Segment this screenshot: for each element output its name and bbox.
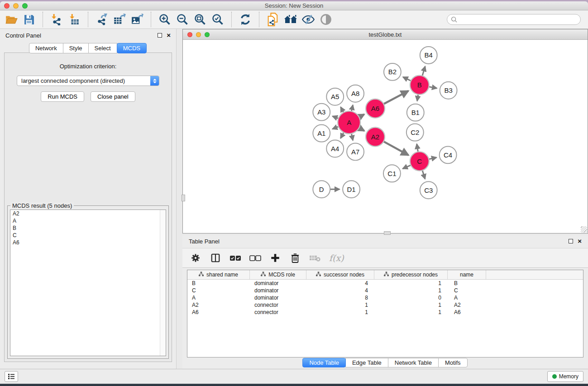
table-cell[interactable]: 8 bbox=[306, 295, 374, 301]
table-cell[interactable]: dominator bbox=[250, 280, 306, 286]
table-cell[interactable]: 1 bbox=[306, 302, 374, 308]
table-settings-gear-icon[interactable] bbox=[190, 252, 201, 264]
run-mcds-button[interactable]: Run MCDS bbox=[41, 91, 84, 102]
table-cell[interactable]: A bbox=[448, 295, 486, 301]
table-cell[interactable]: 4 bbox=[306, 287, 374, 294]
graph-edge-A2-C[interactable] bbox=[383, 141, 409, 155]
result-list-item[interactable]: A6 bbox=[10, 239, 166, 246]
close-panel-button[interactable]: Close panel bbox=[91, 91, 135, 102]
graph-node-B3[interactable]: B3 bbox=[440, 82, 457, 99]
graph-node-C4[interactable]: C4 bbox=[440, 146, 457, 163]
table-cell[interactable]: 1 bbox=[374, 280, 448, 286]
graph-node-D1[interactable]: D1 bbox=[343, 181, 360, 198]
table-cell[interactable]: dominator bbox=[250, 287, 306, 294]
column-header-name[interactable]: name bbox=[448, 270, 486, 279]
open-session-icon[interactable] bbox=[5, 13, 18, 26]
table-cell[interactable]: C bbox=[187, 287, 250, 294]
graph-node-C[interactable]: C bbox=[410, 152, 429, 171]
splitter-grip[interactable] bbox=[182, 195, 185, 201]
table-cell[interactable]: 4 bbox=[306, 280, 374, 286]
graph-node-A7[interactable]: A7 bbox=[347, 143, 364, 160]
zoom-window-button[interactable] bbox=[22, 3, 28, 9]
table-cell[interactable]: 1 bbox=[374, 302, 448, 308]
network-close-button[interactable] bbox=[187, 32, 192, 37]
network-minimize-button[interactable] bbox=[196, 32, 201, 37]
import-table-icon[interactable] bbox=[67, 13, 81, 26]
tab-network[interactable]: Network bbox=[29, 43, 63, 53]
table-row[interactable]: Adominator80A bbox=[187, 294, 583, 301]
show-graphics-details-icon[interactable] bbox=[319, 13, 333, 26]
table-cell[interactable]: A2 bbox=[448, 302, 486, 308]
table-cell[interactable]: A2 bbox=[187, 302, 250, 308]
search-input[interactable] bbox=[460, 16, 577, 23]
column-header-successor-nodes[interactable]: successor nodes bbox=[306, 270, 374, 279]
column-header-shared-name[interactable]: shared name bbox=[187, 270, 250, 279]
result-list-item[interactable]: A bbox=[10, 217, 166, 224]
splitter-grip[interactable] bbox=[384, 231, 391, 235]
resize-grip-icon[interactable] bbox=[581, 226, 587, 233]
minimize-window-button[interactable] bbox=[13, 3, 19, 9]
memory-button[interactable]: Memory bbox=[547, 371, 583, 382]
graph-node-B4[interactable]: B4 bbox=[420, 47, 437, 64]
graph-node-A6[interactable]: A6 bbox=[366, 99, 385, 118]
table-row[interactable]: Cdominator41C bbox=[187, 287, 583, 294]
network-window-titlebar[interactable]: testGlobe.txt bbox=[183, 29, 588, 40]
table-cell[interactable]: C bbox=[448, 287, 486, 294]
column-header-MCDS-role[interactable]: MCDS role bbox=[250, 270, 306, 279]
graph-node-C2[interactable]: C2 bbox=[406, 124, 424, 141]
graph-node-A2[interactable]: A2 bbox=[366, 128, 385, 147]
float-panel-icon[interactable] bbox=[158, 33, 162, 38]
cyndex-home-icon[interactable] bbox=[284, 13, 297, 26]
export-table-icon[interactable] bbox=[113, 13, 126, 26]
export-image-icon[interactable] bbox=[130, 13, 144, 26]
show-column-icon[interactable] bbox=[210, 252, 221, 264]
zoom-fit-icon[interactable] bbox=[193, 13, 207, 26]
graph-node-A4[interactable]: A4 bbox=[326, 140, 344, 157]
graph-node-A1[interactable]: A1 bbox=[313, 125, 330, 142]
graph-edge-B-B2[interactable] bbox=[403, 77, 411, 81]
graph-edge-C-C1[interactable] bbox=[403, 165, 412, 169]
clone-network-icon[interactable] bbox=[266, 13, 280, 26]
tab-node-table[interactable]: Node Table bbox=[302, 358, 346, 367]
column-header-predecessor-nodes[interactable]: predecessor nodes bbox=[374, 270, 448, 279]
zoom-out-icon[interactable] bbox=[176, 13, 189, 26]
graph-node-C3[interactable]: C3 bbox=[420, 181, 437, 199]
save-session-icon[interactable] bbox=[22, 13, 36, 26]
import-network-icon[interactable] bbox=[50, 13, 63, 26]
search-field[interactable] bbox=[447, 14, 581, 25]
network-canvas[interactable]: B4B2BB3A5A8A6A3AB1A1A2C2A4A7C4CC1C3DD1 bbox=[183, 40, 588, 233]
tab-edge-table[interactable]: Edge Table bbox=[345, 358, 388, 367]
table-row[interactable]: Bdominator41B bbox=[187, 280, 583, 287]
task-history-button[interactable] bbox=[5, 371, 18, 382]
graph-edge-A6-B[interactable] bbox=[383, 91, 408, 105]
table-row[interactable]: A2connector11A2 bbox=[187, 301, 583, 309]
mcds-result-list[interactable]: A2ABCA6 bbox=[10, 210, 166, 356]
table-cell[interactable]: 1 bbox=[306, 309, 374, 315]
graph-node-B2[interactable]: B2 bbox=[384, 63, 401, 81]
graph-node-A8[interactable]: A8 bbox=[347, 85, 364, 102]
result-list-item[interactable]: B bbox=[10, 224, 166, 232]
refresh-layout-icon[interactable] bbox=[239, 13, 252, 26]
table-cell[interactable]: connector bbox=[250, 302, 306, 308]
table-cell[interactable]: A6 bbox=[187, 309, 250, 315]
create-column-plus-icon[interactable] bbox=[269, 252, 281, 264]
result-list-item[interactable]: A2 bbox=[10, 210, 166, 217]
optimization-criterion-dropdown[interactable]: largest connected component (directed) bbox=[17, 76, 159, 86]
export-network-icon[interactable] bbox=[95, 13, 109, 26]
table-cell[interactable]: 1 bbox=[374, 287, 448, 294]
table-cell[interactable]: 1 bbox=[374, 309, 448, 315]
graph-edge-C-C3[interactable] bbox=[422, 169, 425, 179]
graph-node-B1[interactable]: B1 bbox=[407, 104, 424, 121]
graph-node-A5[interactable]: A5 bbox=[326, 88, 344, 105]
tab-mcds[interactable]: MCDS bbox=[117, 43, 147, 53]
table-cell[interactable]: 0 bbox=[374, 295, 448, 301]
graph-node-D[interactable]: D bbox=[313, 181, 330, 198]
hide-graphics-details-icon[interactable] bbox=[301, 13, 315, 26]
table-cell[interactable]: A bbox=[187, 295, 250, 301]
result-list-item[interactable]: C bbox=[10, 232, 166, 239]
table-cell[interactable]: A6 bbox=[448, 309, 486, 315]
zoom-selected-icon[interactable] bbox=[211, 13, 225, 26]
table-cell[interactable]: B bbox=[187, 280, 250, 286]
network-zoom-button[interactable] bbox=[205, 32, 210, 37]
unselect-all-columns-icon[interactable] bbox=[249, 252, 261, 264]
